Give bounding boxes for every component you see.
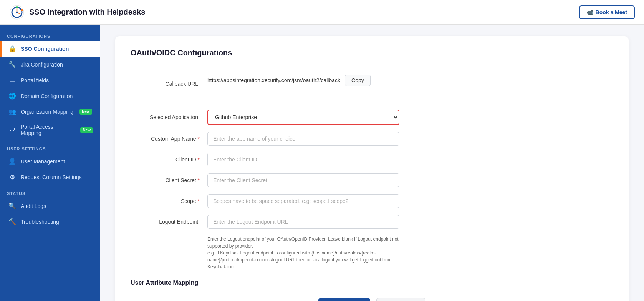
logout-endpoint-section: Logout Endpoint: Enter the Logout endpoi… <box>131 215 613 270</box>
scope-input[interactable] <box>207 194 399 208</box>
sidebar-item-org-mapping[interactable]: 👥 Organization Mapping New <box>0 104 100 120</box>
client-id-input[interactable] <box>207 153 399 166</box>
save-button[interactable]: Save <box>318 298 370 301</box>
list-icon: ☰ <box>8 76 16 84</box>
main-content: OAuth/OIDC Configurations Callback URL: … <box>100 25 644 301</box>
user-settings-section-label: USER SETTINGS <box>0 140 100 153</box>
book-meet-button[interactable]: 📹 Book a Meet <box>579 5 635 19</box>
lock-icon: 🔒 <box>8 45 16 52</box>
scope-row: Scope:* <box>131 194 613 208</box>
required-star-3: * <box>198 177 200 183</box>
action-bar: Save Cancel <box>131 298 613 301</box>
sidebar-item-label: SSO Configuration <box>21 46 69 52</box>
layout: CONFIGURATIONS 🔒 SSO Configuration 🔧 Jir… <box>0 25 644 301</box>
configurations-section-label: CONFIGURATIONS <box>0 28 100 41</box>
users-icon: 👥 <box>8 108 16 115</box>
form-scroll-area: Callback URL: https://appsintegration.xe… <box>131 75 613 301</box>
sidebar-item-sso-config[interactable]: 🔒 SSO Configuration <box>0 41 100 57</box>
user-attr-heading: User Attribute Mapping <box>131 279 613 286</box>
sidebar-item-jira-config[interactable]: 🔧 Jira Configuration <box>0 57 100 72</box>
sidebar-item-label: User Management <box>21 158 65 165</box>
svg-point-4 <box>21 9 23 11</box>
sidebar-item-troubleshoot[interactable]: 🔨 Troubleshooting <box>0 214 100 229</box>
user-icon: 👤 <box>8 158 16 165</box>
sidebar-item-label: Domain Configuration <box>21 93 73 99</box>
logout-endpoint-input[interactable] <box>207 215 399 229</box>
header-left: SSO Integration with Helpdesks <box>9 5 145 20</box>
logout-help-text: Enter the Logout endpoint of your OAuth/… <box>207 236 399 270</box>
sidebar-item-audit-logs[interactable]: 🔍 Audit Logs <box>0 198 100 214</box>
callback-url-content: https://appsintegration.xecurify.com/jsm… <box>207 75 371 86</box>
search-icon: 🔍 <box>8 202 16 210</box>
logout-endpoint-label: Logout Endpoint: <box>131 219 207 225</box>
client-id-row: Client ID:* <box>131 153 613 166</box>
sidebar-item-user-mgmt[interactable]: 👤 User Management <box>0 153 100 169</box>
content-card: OAuth/OIDC Configurations Callback URL: … <box>115 36 629 301</box>
client-secret-input[interactable] <box>207 173 399 187</box>
sidebar-item-label: Portal Access Mapping <box>21 124 74 136</box>
video-icon: 📹 <box>587 9 593 15</box>
cancel-button[interactable]: Cancel <box>376 298 426 301</box>
required-star-2: * <box>198 156 200 163</box>
callback-url-label: Callback URL: <box>131 81 207 87</box>
book-meet-label: Book a Meet <box>596 9 627 15</box>
callback-url-value: https://appsintegration.xecurify.com/jsm… <box>207 77 340 83</box>
scope-label: Scope:* <box>131 198 207 204</box>
sidebar-item-label: Request Column Settings <box>21 174 82 180</box>
wrench-icon: 🔧 <box>8 61 16 68</box>
selected-app-row: Selected Application: Github Enterprise … <box>131 110 613 125</box>
svg-point-2 <box>16 11 18 13</box>
client-secret-row: Client Secret:* <box>131 173 613 187</box>
required-star: * <box>198 136 200 142</box>
new-badge-portal: New <box>80 127 93 133</box>
sidebar-item-label: Portal fields <box>21 77 49 83</box>
sidebar-item-domain-config[interactable]: 🌐 Domain Configuration <box>0 88 100 104</box>
new-badge-org: New <box>79 109 92 115</box>
globe-icon: 🌐 <box>8 92 16 100</box>
sidebar-item-portal-access[interactable]: 🛡 Portal Access Mapping New <box>0 120 100 140</box>
copy-button[interactable]: Copy <box>345 75 371 86</box>
sidebar-item-label: Troubleshooting <box>21 219 59 225</box>
sidebar-item-label: Audit Logs <box>21 203 46 209</box>
callback-url-row: Callback URL: https://appsintegration.xe… <box>131 75 613 93</box>
sidebar-item-req-col[interactable]: ⚙ Request Column Settings <box>0 169 100 185</box>
sidebar-item-label: Jira Configuration <box>21 62 63 68</box>
custom-app-label: Custom App Name:* <box>131 136 207 142</box>
svg-point-3 <box>16 6 18 8</box>
sidebar: CONFIGURATIONS 🔒 SSO Configuration 🔧 Jir… <box>0 25 100 301</box>
selected-app-select[interactable]: Github Enterprise Okta Azure AD Google K… <box>207 110 399 125</box>
required-star-4: * <box>198 198 200 204</box>
logout-endpoint-row: Logout Endpoint: <box>131 215 613 229</box>
settings-icon: ⚙ <box>8 173 16 181</box>
custom-app-input[interactable] <box>207 132 399 146</box>
shield-icon: 🛡 <box>8 126 16 133</box>
app-title: SSO Integration with Helpdesks <box>29 8 145 17</box>
sidebar-item-label: Organization Mapping <box>21 109 73 115</box>
divider <box>131 65 613 65</box>
app-logo-icon <box>9 5 25 20</box>
hammer-icon: 🔨 <box>8 218 16 225</box>
custom-app-row: Custom App Name:* <box>131 132 613 146</box>
client-secret-label: Client Secret:* <box>131 177 207 183</box>
status-section-label: STATUS <box>0 185 100 198</box>
sidebar-item-portal-fields[interactable]: ☰ Portal fields <box>0 72 100 88</box>
selected-app-label: Selected Application: <box>131 114 207 120</box>
client-id-label: Client ID:* <box>131 156 207 163</box>
divider-2 <box>131 100 613 100</box>
card-title: OAuth/OIDC Configurations <box>131 48 613 57</box>
header: SSO Integration with Helpdesks 📹 Book a … <box>0 0 644 25</box>
